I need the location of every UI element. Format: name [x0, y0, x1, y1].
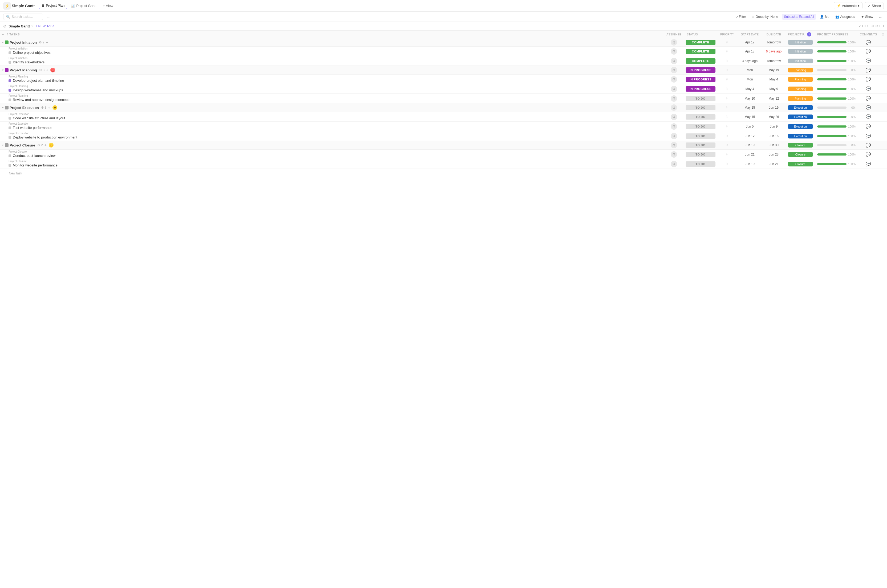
- search-input[interactable]: 🔍 Search tasks...: [3, 14, 43, 20]
- subtask-status[interactable]: TO DO: [684, 150, 716, 159]
- group-add-planning[interactable]: +: [46, 68, 48, 72]
- hide-closed-button[interactable]: ✓ HIDE CLOSED: [858, 24, 884, 28]
- add-view-button[interactable]: + View: [100, 2, 116, 9]
- group-status-closure[interactable]: TO DO: [684, 141, 716, 150]
- group-add-execution[interactable]: +: [48, 105, 50, 110]
- status-badge-initiation[interactable]: COMPLETE: [686, 40, 716, 45]
- subtask-comments[interactable]: 💬: [858, 131, 879, 141]
- filter-button[interactable]: ▽ Filter: [733, 14, 748, 20]
- subtask-flag-icon[interactable]: 🏳: [725, 96, 729, 100]
- subtask-assignee[interactable]: ⚙: [663, 131, 684, 141]
- subtask-status-badge[interactable]: TO DO: [686, 152, 716, 157]
- subtask-status-badge[interactable]: TO DO: [686, 134, 716, 139]
- subtask-flag-icon[interactable]: 🏳: [725, 134, 729, 138]
- group-assignee-closure[interactable]: ⚙: [663, 141, 684, 150]
- subtask-priority[interactable]: 🏳: [716, 159, 738, 169]
- status-badge-closure[interactable]: TO DO: [686, 142, 716, 148]
- subtask-assignee[interactable]: ⚙: [663, 94, 684, 104]
- group-priority-planning[interactable]: 🏳: [716, 66, 738, 75]
- subtask-status-badge[interactable]: TO DO: [686, 161, 716, 167]
- subtask-comment-icon[interactable]: 💬: [866, 134, 871, 138]
- subtask-status-badge[interactable]: TO DO: [686, 114, 716, 120]
- subtask-priority[interactable]: 🏳: [716, 131, 738, 141]
- group-priority-execution[interactable]: 🏳: [716, 104, 738, 112]
- group-status-initiation[interactable]: COMPLETE: [684, 38, 716, 46]
- subtask-status[interactable]: TO DO: [684, 94, 716, 104]
- automate-button[interactable]: ⚡ Automate ▾: [834, 2, 863, 9]
- subtask-assignee[interactable]: ⚙: [663, 112, 684, 122]
- new-task-footer[interactable]: + + New task: [0, 169, 887, 178]
- subtask-comments[interactable]: 💬: [858, 75, 879, 84]
- comment-icon-execution[interactable]: 💬: [866, 105, 871, 110]
- subtask-priority[interactable]: 🏳: [716, 56, 738, 66]
- subtask-comments[interactable]: 💬: [858, 159, 879, 169]
- subtask-assignee[interactable]: ⚙: [663, 159, 684, 169]
- share-button[interactable]: ↗ Share: [864, 2, 884, 9]
- subtasks-button[interactable]: Subtasks: Expand All: [782, 14, 816, 20]
- assignee-icon-closure[interactable]: ⚙: [671, 142, 677, 148]
- subtask-assignee[interactable]: ⚙: [663, 56, 684, 66]
- subtask-assignee-icon[interactable]: ⚙: [671, 151, 677, 158]
- group-chevron-execution[interactable]: ▾: [2, 106, 4, 110]
- group-status-execution[interactable]: TO DO: [684, 104, 716, 112]
- group-comments-initiation[interactable]: 💬: [858, 38, 879, 46]
- subtask-comments[interactable]: 💬: [858, 84, 879, 94]
- subtask-status-badge[interactable]: TO DO: [686, 124, 716, 129]
- group-priority-closure[interactable]: 🏳: [716, 141, 738, 150]
- subtask-assignee[interactable]: ⚙: [663, 150, 684, 159]
- subtask-comment-icon[interactable]: 💬: [866, 58, 871, 63]
- subtask-status[interactable]: TO DO: [684, 112, 716, 122]
- subtask-assignee-icon[interactable]: ⚙: [671, 133, 677, 139]
- group-comments-planning[interactable]: 💬: [858, 66, 879, 75]
- subtask-status[interactable]: TO DO: [684, 131, 716, 141]
- assignee-icon-execution[interactable]: ⚙: [671, 104, 677, 111]
- subtask-flag-icon[interactable]: 🏳: [725, 49, 729, 54]
- subtask-comment-icon[interactable]: 💬: [866, 162, 871, 166]
- subtask-status[interactable]: IN PROGRESS: [684, 75, 716, 84]
- subtask-priority[interactable]: 🏳: [716, 84, 738, 94]
- comment-icon-planning[interactable]: 💬: [866, 68, 871, 72]
- group-chevron-closure[interactable]: ▾: [2, 144, 4, 147]
- toolbar-more-button[interactable]: ...: [877, 14, 884, 20]
- group-assignee-initiation[interactable]: ⚙: [663, 38, 684, 46]
- group-status-planning[interactable]: IN PROGRESS: [684, 66, 716, 75]
- subtask-comments[interactable]: 💬: [858, 56, 879, 66]
- app-icon[interactable]: ⚡: [3, 2, 11, 10]
- subtask-status-badge[interactable]: IN PROGRESS: [686, 86, 716, 92]
- group-assignee-planning[interactable]: ⚙: [663, 66, 684, 75]
- subtask-flag-icon[interactable]: 🏳: [725, 152, 729, 157]
- settings-icon[interactable]: ⚙: [881, 33, 885, 36]
- subtask-flag-icon[interactable]: 🏳: [725, 87, 729, 91]
- subtask-assignee-icon[interactable]: ⚙: [671, 58, 677, 64]
- status-badge-execution[interactable]: TO DO: [686, 105, 716, 110]
- subtask-assignee-icon[interactable]: ⚙: [671, 123, 677, 130]
- subtask-comment-icon[interactable]: 💬: [866, 152, 871, 157]
- subtask-status-badge[interactable]: COMPLETE: [686, 58, 716, 64]
- subtask-priority[interactable]: 🏳: [716, 122, 738, 131]
- subtask-assignee-icon[interactable]: ⚙: [671, 114, 677, 120]
- subtask-status-badge[interactable]: IN PROGRESS: [686, 77, 716, 82]
- subtask-status-badge[interactable]: COMPLETE: [686, 49, 716, 54]
- subtask-assignee-icon[interactable]: ⚙: [671, 76, 677, 82]
- subtask-comment-icon[interactable]: 💬: [866, 114, 871, 119]
- subtask-comment-icon[interactable]: 💬: [866, 49, 871, 54]
- group-comments-closure[interactable]: 💬: [858, 141, 879, 150]
- subtask-assignee[interactable]: ⚙: [663, 122, 684, 131]
- subtask-flag-icon[interactable]: 🏳: [725, 59, 729, 63]
- subtask-status-badge[interactable]: TO DO: [686, 96, 716, 101]
- flag-icon-planning[interactable]: 🏳: [725, 68, 729, 72]
- comment-icon-initiation[interactable]: 💬: [866, 40, 871, 45]
- subtask-comments[interactable]: 💬: [858, 150, 879, 159]
- tab-project-plan[interactable]: ☰ Project Plan: [39, 2, 67, 9]
- subtask-assignee-icon[interactable]: ⚙: [671, 48, 677, 55]
- subtask-comments[interactable]: 💬: [858, 46, 879, 56]
- subtask-status[interactable]: IN PROGRESS: [684, 84, 716, 94]
- tasks-collapse-icon[interactable]: ▾: [2, 33, 4, 36]
- group-chevron-initiation[interactable]: ▾: [2, 41, 4, 44]
- group-priority-initiation[interactable]: 🏳: [716, 38, 738, 46]
- subtask-priority[interactable]: 🏳: [716, 112, 738, 122]
- assignee-icon-planning[interactable]: ⚙: [671, 67, 677, 73]
- new-task-button[interactable]: + NEW TASK: [35, 24, 55, 28]
- subtask-priority[interactable]: 🏳: [716, 94, 738, 104]
- comment-icon-closure[interactable]: 💬: [866, 143, 871, 147]
